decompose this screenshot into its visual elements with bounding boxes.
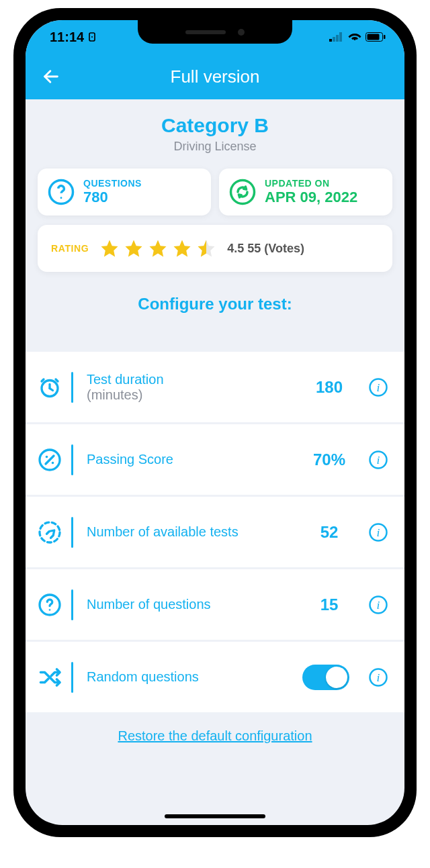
phone-frame: 11:14 Full version Category B Driving Li… [13,8,417,837]
svg-line-22 [50,388,53,390]
phone-screen: 11:14 Full version Category B Driving Li… [26,20,404,825]
row-divider [71,662,73,693]
refresh-icon [228,178,257,206]
percent-icon [38,448,62,472]
svg-point-12 [231,181,255,204]
svg-rect-4 [336,35,339,42]
svg-marker-16 [174,240,191,257]
star-half-icon [196,238,216,258]
question-circle-icon [47,178,75,206]
row-label: Test duration [87,372,300,387]
info-button[interactable]: i [368,450,388,470]
category-title: Category B [38,114,392,137]
svg-rect-5 [339,32,342,42]
info-button[interactable]: i [368,595,388,615]
question-circle-icon [38,593,62,617]
row-value: 70% [309,450,349,469]
svg-text:i: i [377,453,380,467]
updated-card: UPDATED ON APR 09, 2022 [219,168,392,215]
updated-value: APR 09, 2022 [265,189,357,206]
row-sublabel: (minutes) [87,387,300,403]
category-subtitle: Driving License [38,140,392,154]
svg-rect-2 [329,39,332,42]
svg-point-1 [91,36,93,38]
svg-point-11 [60,197,62,199]
svg-text:i: i [377,598,380,612]
star-icon [99,238,120,258]
clock-icon [38,375,62,399]
config-row-num-questions[interactable]: Number of questions 15 i [26,567,404,640]
svg-point-29 [46,455,48,458]
app-header: Full version [26,54,404,99]
svg-rect-7 [368,34,380,40]
info-button[interactable]: i [368,667,388,687]
star-icon [172,238,192,258]
configure-title: Configure your test: [38,295,392,314]
rating-text: 4.5 55 (Votes) [227,242,304,256]
star-icon [124,238,144,258]
svg-text:i: i [377,381,380,394]
row-label: Number of questions [87,597,300,612]
config-row-passing-score[interactable]: Passing Score 70% i [26,422,404,495]
row-divider [71,372,73,403]
header-title: Full version [171,66,260,87]
back-button[interactable] [38,63,64,90]
row-label: Number of available tests [87,524,300,540]
home-indicator[interactable] [165,814,265,818]
svg-line-24 [56,379,58,381]
config-row-random[interactable]: Random questions i [26,640,404,712]
target-icon [38,520,62,544]
arrow-left-icon [42,67,60,86]
svg-point-30 [52,461,54,464]
rating-label: RATING [51,243,89,254]
random-toggle[interactable] [302,665,349,690]
row-divider [71,444,73,475]
cellular-icon [329,32,344,42]
config-list: Test duration (minutes) 180 i Passing Sc… [26,350,404,712]
shuffle-icon [38,665,62,689]
row-value: 52 [309,523,349,542]
svg-point-37 [49,609,51,611]
rating-card: RATING 4.5 55 (Votes) [38,225,392,272]
portrait-lock-icon [87,32,97,42]
star-icon [148,238,168,258]
info-button[interactable]: i [368,377,388,397]
row-value: 180 [309,378,349,397]
updated-label: UPDATED ON [265,178,357,189]
row-divider [71,517,73,548]
svg-line-23 [42,379,44,381]
config-row-available-tests[interactable]: Number of available tests 52 i [26,495,404,567]
row-divider [71,589,73,620]
svg-marker-14 [126,240,142,257]
row-label: Random questions [87,669,293,685]
svg-marker-13 [101,240,118,257]
restore-defaults-link[interactable]: Restore the default configuration [38,728,392,744]
rating-stars [99,238,216,258]
notch [138,20,292,44]
category-block: Category B Driving License [38,114,392,154]
config-row-duration[interactable]: Test duration (minutes) 180 i [26,350,404,422]
questions-label: QUESTIONS [83,178,142,189]
questions-value: 780 [83,189,142,206]
svg-text:i: i [377,526,380,539]
status-time: 11:14 [50,30,84,45]
svg-text:i: i [377,671,380,684]
svg-rect-3 [333,37,335,42]
svg-rect-8 [384,35,386,39]
info-button[interactable]: i [368,522,388,542]
battery-icon [366,32,386,42]
questions-card: QUESTIONS 780 [38,168,211,215]
row-label: Passing Score [87,452,300,467]
wifi-icon [348,32,361,42]
svg-marker-15 [150,240,167,257]
row-value: 15 [309,595,349,614]
